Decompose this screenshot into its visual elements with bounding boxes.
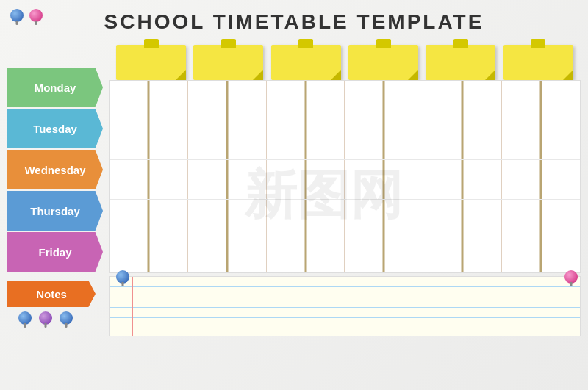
main-area: Monday Tuesday Wednesday Thursday Friday: [0, 40, 588, 273]
sticky-notes-row: [109, 40, 581, 80]
sticky-note-1: [116, 45, 186, 80]
grid-area: [109, 40, 581, 273]
notes-label: Notes: [7, 281, 96, 307]
day-monday: Monday: [7, 68, 103, 107]
pin-blue-bottom-1: [18, 311, 32, 325]
bottom-pins: [7, 311, 73, 325]
day-tuesday: Tuesday: [7, 109, 103, 148]
pin-pink-tl: [29, 9, 43, 22]
pin-blue-tl1: [10, 9, 24, 22]
grid-row-5: [110, 239, 580, 279]
grid-rows: [110, 81, 580, 272]
pin-blue-notes: [116, 270, 129, 284]
sticky-note-6: [503, 45, 573, 80]
notes-paper-wrapper: [109, 276, 581, 336]
day-wednesday: Wednesday: [7, 150, 103, 189]
grid-row-3: [110, 160, 580, 200]
sticky-note-3: [271, 45, 341, 80]
notes-left: Notes: [7, 276, 103, 325]
page-title: SCHOOL TIMETABLE TEMPLATE: [0, 0, 588, 40]
pin-pink-notes: [564, 270, 578, 284]
pin-blue-bottom-2: [60, 311, 73, 325]
sticky-note-2: [193, 45, 263, 80]
sticky-note-4: [348, 45, 418, 80]
grid-row-2: [110, 120, 580, 160]
day-thursday: Thursday: [7, 191, 103, 231]
sidebar: Monday Tuesday Wednesday Thursday Friday: [7, 68, 103, 273]
sticky-note-5: [426, 45, 495, 80]
day-friday: Friday: [7, 232, 103, 272]
top-left-pins: [10, 9, 43, 22]
notes-paper: [109, 276, 581, 336]
pin-purple-bottom: [39, 311, 52, 325]
grid-row-1: [110, 81, 580, 120]
timetable-grid: [109, 80, 581, 273]
notes-section: Notes: [0, 276, 588, 336]
page-container: SCHOOL TIMETABLE TEMPLATE Monday Tuesday…: [0, 0, 588, 390]
notes-pin-left: [116, 270, 129, 286]
notes-pin-right: [564, 270, 578, 286]
grid-row-4: [110, 200, 580, 239]
